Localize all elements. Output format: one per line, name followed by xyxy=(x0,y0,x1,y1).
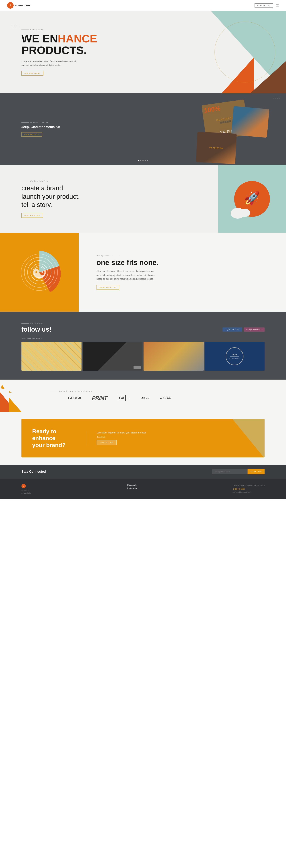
copyright: © Iconix Inc xyxy=(22,489,32,491)
menu-icon[interactable]: ☰ xyxy=(276,3,279,7)
hero-arc xyxy=(215,22,275,83)
facebook-label: @ICONIXINC xyxy=(227,329,240,331)
amber-triangle xyxy=(9,398,22,412)
nav-right: CONTACT US ☰ xyxy=(254,3,279,7)
featured-label: Featured Work xyxy=(22,122,60,123)
approach-content: Our Approach one size fits none. All of … xyxy=(97,255,161,290)
social-label: We're Social xyxy=(22,322,264,324)
instagram-post-1[interactable] xyxy=(22,342,81,371)
carousel-dot-2[interactable] xyxy=(140,160,141,161)
dshow-logo: D Show xyxy=(141,396,149,400)
featured-content: Featured Work Jeep, Gladiator Media Kit … xyxy=(22,122,60,136)
footer-facebook-link[interactable]: Facebook xyxy=(128,484,137,486)
social-title: follow us! xyxy=(22,326,51,333)
instagram-button[interactable]: ⬡ @ICONIXINC xyxy=(244,328,264,332)
featured-title: Jeep, Gladiator Media Kit xyxy=(22,125,60,129)
footer-address: 1040 Crooks Rd, Auburn Hills, MI 48326 xyxy=(233,484,264,487)
cta-banner-section: Ready to enhance your brand? Let's work … xyxy=(0,412,286,465)
jeep-card-2 xyxy=(231,106,269,138)
fingerprint-icon: ☯ xyxy=(31,264,47,281)
hero-shapes xyxy=(129,11,286,93)
approach-label: Our Approach xyxy=(97,255,161,257)
email-input[interactable] xyxy=(212,469,248,474)
instagram-grid: Jeep Performance xyxy=(22,342,264,371)
footer-legal: i © Iconix Inc Privacy Policy xyxy=(22,484,32,494)
hero-section: Since 1984 WE ENHANCEPRODUCTS. Iconix is… xyxy=(0,11,286,93)
carousel-dot-1[interactable] xyxy=(138,160,139,161)
cta-contact-button[interactable]: CONTACT US xyxy=(97,440,116,445)
signup-form: SIGN UP ▾ xyxy=(212,469,264,474)
facebook-button[interactable]: f @ICONIXINC xyxy=(222,328,242,332)
ca-logo: CA —— xyxy=(118,395,130,401)
approach-right: Our Approach one size fits none. All of … xyxy=(79,233,286,312)
approach-title: one size fits none. xyxy=(97,258,161,267)
privacy-link[interactable]: Privacy Policy xyxy=(22,492,32,494)
recognition-content: Recognition & Accomplishments GDUSA PRIN… xyxy=(22,390,264,401)
hero-cta-button[interactable]: SEE OUR WORK xyxy=(22,71,43,75)
logo-text: ICONIX INC xyxy=(15,4,31,7)
services-label: We Can Help You xyxy=(22,180,80,182)
instagram-icon: ⬡ xyxy=(246,329,248,331)
carousel-dot-3[interactable] xyxy=(142,160,144,161)
instagram-post-3[interactable] xyxy=(144,342,204,371)
carousel-dot-4[interactable] xyxy=(145,160,146,161)
jeep-card-3: GLADIATOR xyxy=(196,132,237,164)
rocket-illustration: 🚀 xyxy=(234,181,270,217)
footer-bottom: i © Iconix Inc Privacy Policy Facebook I… xyxy=(0,478,286,499)
approach-section: ☯ Our Approach one size fits none. All o… xyxy=(0,233,286,312)
instagram-feed-label: INSTAGRAM FEED xyxy=(22,338,264,339)
services-section: We Can Help You create a brand. launch y… xyxy=(0,165,286,233)
services-right: 🚀 xyxy=(218,165,286,233)
navigation: i ICONIX INC CONTACT US ☰ xyxy=(0,0,286,11)
signup-button[interactable]: SIGN UP ▾ xyxy=(248,469,264,474)
cta-description: Let's work together to make your brand t… xyxy=(97,431,146,434)
jeep-badge: Jeep Performance xyxy=(225,347,244,365)
recognition-decoration xyxy=(0,379,25,412)
cta-inner: Ready to enhance your brand? Let's work … xyxy=(22,419,264,458)
rocket-cloud-2 xyxy=(240,209,250,217)
footer-top: Stay Connected SIGN UP ▾ xyxy=(0,465,286,478)
carousel-dot-5[interactable] xyxy=(147,160,148,161)
social-section: We're Social follow us! f @ICONIXINC ⬡ @… xyxy=(0,312,286,379)
featured-image: GLADIATOR ⬛⬛⬛⬛⬛ 100% JEEP GLADIATOR xyxy=(193,97,279,165)
footer-phone: (248) 475-5800 xyxy=(233,488,264,490)
jeep-badge-text: Jeep xyxy=(232,353,237,356)
recognition-label: Recognition & Accomplishments xyxy=(50,390,264,392)
approach-cta-button[interactable]: MORE ABOUT US xyxy=(97,285,119,290)
recognition-logos: GDUSA PRINT CA —— D Show AGDA xyxy=(50,395,264,401)
footer-instagram-link[interactable]: Instagram xyxy=(128,487,137,489)
services-cta-button[interactable]: OUR SERVICES xyxy=(22,213,43,218)
carousel-dots xyxy=(138,160,148,161)
cta-right: Let's work together to make your brand t… xyxy=(97,431,146,445)
approach-left: ☯ xyxy=(0,233,79,312)
instagram-post-4[interactable]: Jeep Performance xyxy=(205,342,265,371)
fingerprint-illustration: ☯ xyxy=(14,247,64,298)
approach-description: All of our clients are different, and so… xyxy=(97,270,161,281)
footer-logo-icon: i xyxy=(22,484,26,488)
cta-divider xyxy=(86,431,86,445)
cta-title: Ready to enhance your brand? xyxy=(32,428,75,448)
hero-title: WE ENHANCEPRODUCTS. xyxy=(22,33,97,56)
small-amber-triangle xyxy=(1,384,6,390)
contact-button[interactable]: CONTACT US xyxy=(254,3,273,7)
recognition-section: Recognition & Accomplishments GDUSA PRIN… xyxy=(0,379,286,412)
logo-icon: i xyxy=(7,2,13,9)
instagram-post-2[interactable] xyxy=(82,342,143,371)
cta-teal-shape xyxy=(233,419,264,458)
footer-social-links: Facebook Instagram xyxy=(128,484,137,489)
footer-email: contact@iconixinc.com xyxy=(233,491,264,493)
tiny-triangle xyxy=(9,390,12,393)
since-label: Since 1984 xyxy=(22,29,97,31)
services-content: We Can Help You create a brand. launch y… xyxy=(22,180,80,218)
hero-dots-decoration xyxy=(11,25,20,28)
gdusa-logo: GDUSA xyxy=(68,396,81,400)
logo-letter: i xyxy=(10,4,11,7)
footer-contact-info: 1040 Crooks Rd, Auburn Hills, MI 48326 (… xyxy=(233,484,264,493)
view-project-button[interactable]: VIEW PROJECT xyxy=(22,132,42,136)
instagram-label: @ICONIXINC xyxy=(249,329,262,331)
logo[interactable]: i ICONIX INC xyxy=(7,2,31,9)
rocket-circle: 🚀 xyxy=(234,181,270,217)
hero-content: Since 1984 WE ENHANCEPRODUCTS. Iconix is… xyxy=(22,29,97,75)
social-header: follow us! f @ICONIXINC ⬡ @ICONIXINC xyxy=(22,326,264,333)
facebook-icon: f xyxy=(225,329,226,331)
